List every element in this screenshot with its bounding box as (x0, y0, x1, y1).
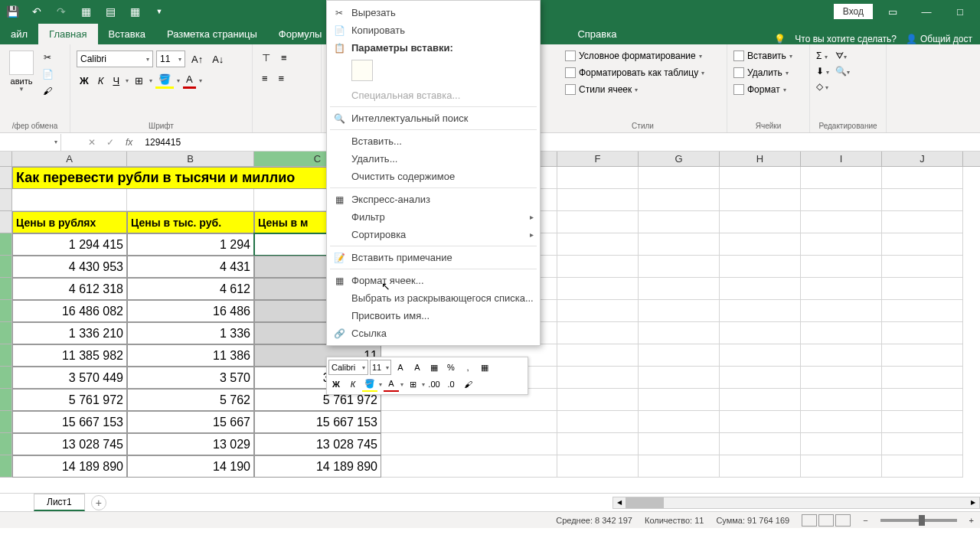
tab-formulas[interactable]: Формулы (268, 24, 333, 44)
mini-fontcolor-icon[interactable]: A (384, 377, 399, 392)
mini-fmt-icon[interactable]: ▦ (477, 360, 492, 375)
underline-button[interactable]: Ч (109, 73, 122, 88)
cell[interactable] (639, 455, 720, 478)
ctx-smart-lookup[interactable]: 🔍Интеллектуальный поиск (327, 109, 540, 127)
cell[interactable]: 4 612 (127, 278, 254, 300)
cell[interactable] (801, 367, 882, 389)
bold-button[interactable]: Ж (77, 73, 92, 88)
cell[interactable]: 15 667 (127, 411, 254, 433)
cell[interactable] (639, 433, 720, 455)
cell[interactable]: 15 667 153 (12, 411, 127, 433)
cell[interactable]: Цены в рублях (12, 211, 127, 233)
insert-cells[interactable]: Вставить ▾ (733, 49, 803, 63)
sheet-tab-1[interactable]: Лист1 (34, 494, 85, 511)
tab-layout[interactable]: Разметка страницы (156, 24, 268, 44)
cell[interactable] (801, 411, 882, 433)
align-left-icon[interactable]: ≡ (259, 71, 271, 86)
horizontal-scrollbar[interactable]: ◀ ▶ (612, 497, 980, 509)
find-icon[interactable]: 🔍▾ (835, 66, 850, 77)
tab-file[interactable]: айл (0, 24, 38, 44)
cell[interactable] (557, 278, 639, 300)
font-color-icon[interactable]: A (183, 72, 196, 89)
cell[interactable] (720, 455, 801, 478)
cell[interactable] (801, 189, 882, 211)
cell[interactable]: 5 761 972 (12, 389, 127, 411)
undo-icon[interactable]: ↶ (24, 0, 49, 23)
clear-icon[interactable]: ◇ ▾ (816, 81, 829, 92)
cell[interactable] (882, 278, 963, 300)
row-header[interactable] (0, 389, 12, 411)
shrink-font-icon[interactable]: A↓ (209, 52, 227, 67)
cell[interactable] (381, 455, 557, 478)
cell[interactable]: 13 028 745 (12, 433, 127, 455)
cell[interactable]: 16 486 (127, 300, 254, 322)
fill-icon[interactable]: ⬇ ▾ (816, 66, 829, 77)
ctx-comment[interactable]: 📝Вставить примечание (327, 249, 540, 266)
ctx-sort[interactable]: Сортировка (327, 226, 540, 243)
redo-icon[interactable]: ↷ (49, 0, 74, 23)
cell[interactable] (639, 300, 720, 322)
cell[interactable] (557, 455, 639, 478)
name-box[interactable]: ▾ (0, 134, 61, 151)
mini-dec-inc-icon[interactable]: .00 (426, 377, 442, 392)
row-header[interactable] (0, 344, 12, 367)
ctx-define-name[interactable]: Присвоить имя... (327, 307, 540, 324)
cell[interactable] (720, 233, 801, 256)
cell[interactable] (557, 211, 639, 233)
col-header-f[interactable]: F (557, 152, 639, 166)
delete-cells[interactable]: Удалить ▾ (733, 66, 803, 80)
enter-formula-icon[interactable]: ✓ (101, 137, 119, 148)
cell[interactable] (801, 455, 882, 478)
cancel-formula-icon[interactable]: ✕ (83, 137, 101, 148)
borders-icon[interactable]: ⊞ (132, 73, 146, 88)
cell[interactable] (801, 322, 882, 344)
cell[interactable]: 13 029 (127, 433, 254, 455)
ctx-insert[interactable]: Вставить... (327, 132, 540, 150)
cell[interactable]: 13 028 745 (254, 433, 381, 455)
cell[interactable] (639, 278, 720, 300)
row-header[interactable] (0, 433, 12, 455)
cell[interactable] (639, 322, 720, 344)
ctx-quick-analysis[interactable]: ▦Экспресс-анализ (327, 191, 540, 208)
minimize-icon[interactable]: — (913, 6, 940, 18)
zoom-slider[interactable] (880, 519, 957, 522)
cell[interactable] (882, 300, 963, 322)
cell[interactable]: 4 431 (127, 256, 254, 278)
cell[interactable] (882, 256, 963, 278)
cell[interactable] (720, 367, 801, 389)
cell[interactable] (882, 344, 963, 367)
font-name-select[interactable]: Calibri▾ (77, 51, 153, 67)
ctx-dropdown-list[interactable]: Выбрать из раскрывающегося списка... (327, 289, 540, 307)
row-header[interactable] (0, 211, 12, 233)
mini-shrink-icon[interactable]: A (410, 360, 425, 375)
qa-icon3[interactable]: ▦ (122, 0, 147, 23)
format-painter-icon[interactable]: 🖌 (40, 84, 55, 98)
tell-me[interactable]: Что вы хотите сделать? (795, 34, 897, 44)
align-center-icon[interactable]: ≡ (276, 71, 288, 86)
formula-input[interactable]: 1294415 (139, 137, 980, 148)
select-all-corner[interactable] (0, 152, 12, 166)
font-size-select[interactable]: 11▾ (156, 51, 185, 67)
col-header-g[interactable]: G (639, 152, 720, 166)
cell[interactable] (639, 233, 720, 256)
mini-fill-icon[interactable]: 🪣 (362, 377, 377, 392)
col-header-a[interactable]: A (12, 152, 127, 166)
fill-color-icon[interactable]: 🪣 (155, 72, 174, 89)
cell[interactable] (639, 189, 720, 211)
scroll-right-icon[interactable]: ▶ (967, 497, 979, 508)
format-as-table[interactable]: Форматировать как таблицу▾ (565, 66, 720, 80)
cell[interactable] (639, 344, 720, 367)
cell[interactable] (882, 211, 963, 233)
cell[interactable] (801, 300, 882, 322)
col-header-j[interactable]: J (882, 152, 963, 166)
cell[interactable]: 4 430 953 (12, 256, 127, 278)
zoom-in-icon[interactable]: + (969, 516, 974, 525)
cell[interactable]: 1 336 (127, 322, 254, 344)
view-normal-icon[interactable] (802, 514, 817, 527)
format-cells[interactable]: Формат ▾ (733, 83, 803, 96)
maximize-icon[interactable]: □ (946, 6, 974, 18)
cell[interactable] (720, 189, 801, 211)
cell[interactable] (381, 411, 557, 433)
qa-icon2[interactable]: ▤ (98, 0, 122, 23)
cell[interactable] (127, 189, 254, 211)
